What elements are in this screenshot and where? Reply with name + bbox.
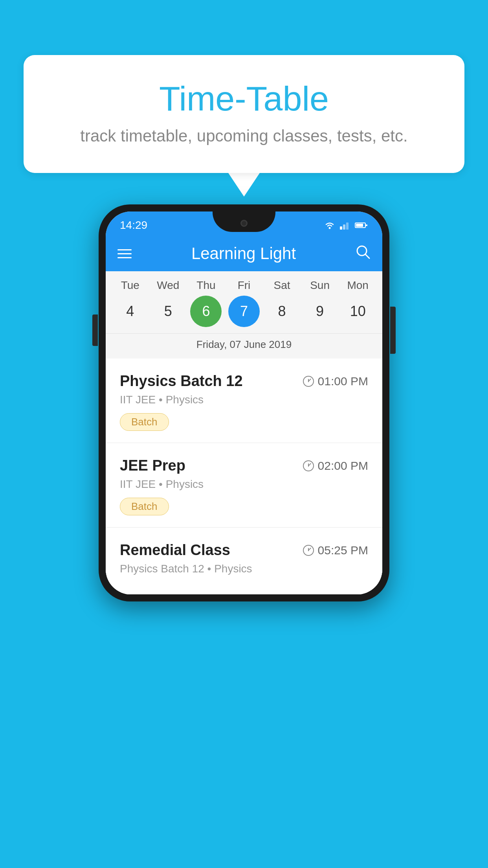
speech-bubble: Time-Table track timetable, upcoming cla… (24, 55, 464, 173)
app-bar-title: Learning Light (191, 244, 296, 263)
signal-icon (340, 221, 351, 230)
day-5[interactable]: 5 (152, 296, 184, 327)
day-7-selected[interactable]: 7 (228, 296, 260, 327)
camera-icon (240, 220, 248, 227)
class-time-3: 05:25 PM (303, 544, 368, 557)
day-9[interactable]: 9 (304, 296, 336, 327)
class-card-1[interactable]: Physics Batch 12 01:00 PM IIT JEE • Phys… (106, 359, 382, 443)
day-header-wed: Wed (152, 279, 184, 292)
class-title-2: JEE Prep (120, 457, 185, 474)
speech-bubble-arrow (228, 173, 260, 197)
status-time: 14:29 (120, 219, 147, 232)
status-icons (323, 221, 368, 230)
clock-icon-1 (303, 376, 314, 387)
battery-icon (355, 222, 368, 229)
day-numbers: 4 5 6 7 8 9 10 (106, 296, 382, 327)
clock-icon-2 (303, 460, 314, 471)
class-card-3[interactable]: Remedial Class 05:25 PM Physics Batch 12… (106, 528, 382, 594)
svg-point-0 (329, 227, 331, 229)
class-card-1-header: Physics Batch 12 01:00 PM (120, 373, 368, 390)
phone-body: 14:29 (99, 204, 389, 601)
calendar-strip: Tue Wed Thu Fri Sat Sun Mon 4 5 6 7 8 9 … (106, 271, 382, 359)
phone-notch (213, 211, 275, 232)
svg-rect-6 (366, 224, 367, 226)
batch-badge-1: Batch (120, 413, 169, 431)
day-headers: Tue Wed Thu Fri Sat Sun Mon (106, 279, 382, 292)
class-time-value-2: 02:00 PM (318, 459, 368, 473)
class-title-3: Remedial Class (120, 542, 230, 559)
day-header-thu: Thu (190, 279, 222, 292)
day-10[interactable]: 10 (342, 296, 374, 327)
clock-icon-3 (303, 545, 314, 556)
wifi-icon (323, 221, 336, 230)
class-card-2-header: JEE Prep 02:00 PM (120, 457, 368, 474)
svg-rect-3 (346, 223, 349, 230)
svg-rect-2 (343, 224, 345, 230)
phone-screen: 14:29 (106, 211, 382, 594)
class-time-1: 01:00 PM (303, 375, 368, 388)
class-title-1: Physics Batch 12 (120, 373, 243, 390)
menu-icon[interactable] (117, 249, 132, 258)
batch-badge-2: Batch (120, 498, 169, 515)
class-card-2[interactable]: JEE Prep 02:00 PM IIT JEE • Physics Batc… (106, 443, 382, 528)
speech-bubble-subtitle: track timetable, upcoming classes, tests… (55, 127, 433, 145)
svg-line-8 (365, 254, 369, 258)
day-header-fri: Fri (228, 279, 260, 292)
class-card-3-header: Remedial Class 05:25 PM (120, 542, 368, 559)
day-4[interactable]: 4 (114, 296, 146, 327)
day-8[interactable]: 8 (266, 296, 298, 327)
day-header-sun: Sun (304, 279, 336, 292)
class-time-2: 02:00 PM (303, 459, 368, 473)
day-6-today[interactable]: 6 (190, 296, 222, 327)
class-subtitle-2: IIT JEE • Physics (120, 478, 368, 491)
class-subtitle-1: IIT JEE • Physics (120, 394, 368, 406)
day-header-tue: Tue (114, 279, 146, 292)
classes-list: Physics Batch 12 01:00 PM IIT JEE • Phys… (106, 359, 382, 594)
speech-bubble-title: Time-Table (55, 79, 433, 119)
search-icon[interactable] (356, 245, 371, 263)
class-time-value-3: 05:25 PM (318, 544, 368, 557)
app-bar: Learning Light (106, 236, 382, 271)
svg-rect-5 (356, 224, 363, 227)
day-header-sat: Sat (266, 279, 298, 292)
svg-rect-1 (340, 226, 342, 230)
class-subtitle-3: Physics Batch 12 • Physics (120, 563, 368, 575)
day-header-mon: Mon (342, 279, 374, 292)
class-time-value-1: 01:00 PM (318, 375, 368, 388)
selected-date-label: Friday, 07 June 2019 (106, 333, 382, 359)
speech-bubble-container: Time-Table track timetable, upcoming cla… (24, 55, 464, 197)
phone-container: 14:29 (99, 204, 389, 601)
